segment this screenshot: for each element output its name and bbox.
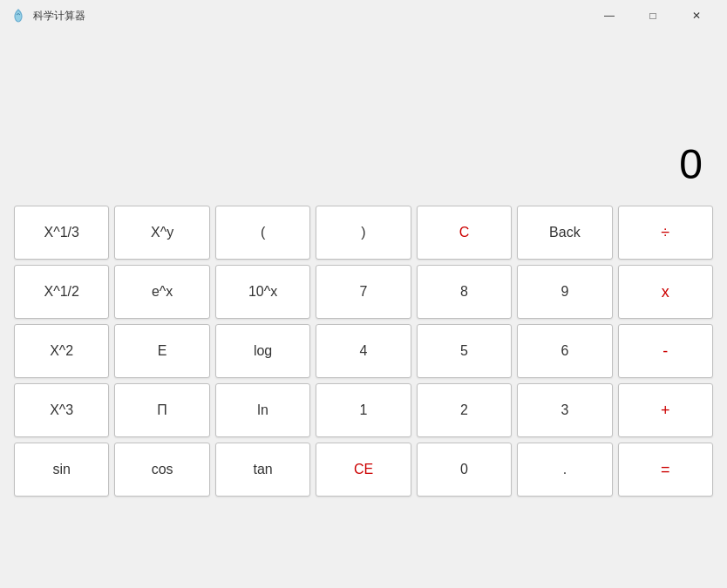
btn-tan[interactable]: tan <box>215 443 310 497</box>
btn-x-cbrt[interactable]: X^1/3 <box>14 206 109 260</box>
display-area: 0 <box>0 31 727 206</box>
btn-sqrt[interactable]: X^1/2 <box>14 265 109 319</box>
btn-8[interactable]: 8 <box>417 265 512 319</box>
btn-x-cube[interactable]: X^3 <box>14 383 109 437</box>
btn-cos[interactable]: cos <box>114 443 209 497</box>
btn-sin[interactable]: sin <box>14 443 109 497</box>
close-button[interactable]: ✕ <box>676 3 717 29</box>
btn-divide[interactable]: ÷ <box>618 206 713 260</box>
btn-ln[interactable]: ln <box>215 383 310 437</box>
display-value: 0 <box>679 140 703 188</box>
btn-open-paren[interactable]: ( <box>215 206 310 260</box>
title-bar: 科学计算器 — □ ✕ <box>0 0 727 31</box>
btn-pi[interactable]: Π <box>114 383 209 437</box>
btn-close-paren[interactable]: ) <box>316 206 411 260</box>
btn-x-pow-y[interactable]: X^y <box>114 206 209 260</box>
btn-2[interactable]: 2 <box>417 383 512 437</box>
btn-4[interactable]: 4 <box>316 324 411 378</box>
btn-dot[interactable]: . <box>517 443 612 497</box>
btn-log[interactable]: log <box>215 324 310 378</box>
btn-5[interactable]: 5 <box>417 324 512 378</box>
btn-equals[interactable]: = <box>618 443 713 497</box>
btn-0[interactable]: 0 <box>417 443 512 497</box>
btn-back[interactable]: Back <box>517 206 612 260</box>
app-title: 科学计算器 <box>33 9 85 24</box>
btn-e[interactable]: E <box>114 324 209 378</box>
btn-ce[interactable]: CE <box>316 443 411 497</box>
btn-add[interactable]: + <box>618 383 713 437</box>
btn-subtract[interactable]: - <box>618 324 713 378</box>
btn-3[interactable]: 3 <box>517 383 612 437</box>
btn-7[interactable]: 7 <box>316 265 411 319</box>
app-icon <box>10 8 26 24</box>
btn-multiply[interactable]: x <box>618 265 713 319</box>
calculator-body: X^1/3X^y()CBack÷X^1/2e^x10^x789xX^2Elog4… <box>0 206 727 510</box>
btn-10pow[interactable]: 10^x <box>215 265 310 319</box>
btn-exp[interactable]: e^x <box>114 265 209 319</box>
minimize-button[interactable]: — <box>589 3 629 29</box>
btn-x-sq[interactable]: X^2 <box>14 324 109 378</box>
btn-6[interactable]: 6 <box>517 324 612 378</box>
btn-1[interactable]: 1 <box>316 383 411 437</box>
btn-9[interactable]: 9 <box>517 265 612 319</box>
btn-clear[interactable]: C <box>417 206 512 260</box>
window-controls: — □ ✕ <box>589 3 717 29</box>
button-grid: X^1/3X^y()CBack÷X^1/2e^x10^x789xX^2Elog4… <box>14 206 713 497</box>
maximize-button[interactable]: □ <box>633 3 673 29</box>
